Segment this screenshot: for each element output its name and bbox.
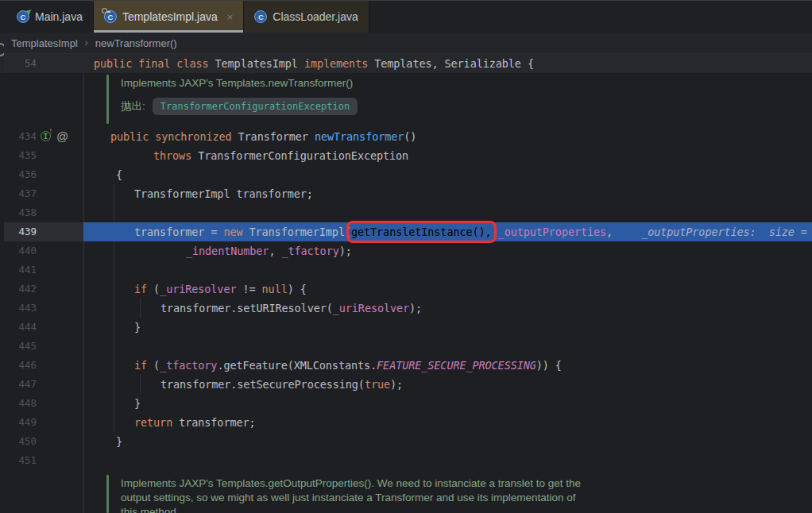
code-line-448[interactable]: 448} xyxy=(0,394,812,413)
code-line-447[interactable]: 447transformer.setSecureProcessing(true)… xyxy=(0,375,812,394)
doc-comment-bar[interactable] xyxy=(106,475,109,513)
breadcrumb-method[interactable]: newTransformer() xyxy=(95,37,177,49)
code-line-436[interactable]: 436{ xyxy=(0,165,812,184)
code-token: { xyxy=(116,168,122,181)
class-icon-letter: C xyxy=(107,13,113,21)
line-number[interactable]: 447 xyxy=(0,375,37,394)
code-token: _uriResolver xyxy=(160,283,236,295)
code-token: () xyxy=(404,130,416,143)
code-text: } xyxy=(134,394,141,413)
code-token: FEATURE_SECURE_PROCESSING xyxy=(377,359,536,372)
code-token: _tfactory xyxy=(281,245,338,257)
line-number[interactable]: 435 xyxy=(0,146,37,165)
code-token: Transformer xyxy=(238,130,315,143)
code-token: _indentNumber xyxy=(186,245,269,257)
code-line-451[interactable]: 451 xyxy=(0,451,812,470)
line-number[interactable]: 434 xyxy=(0,127,37,146)
code-token: ) { xyxy=(288,283,307,295)
code-line-441[interactable]: 441 xyxy=(0,260,812,280)
code-token: ( xyxy=(147,359,160,372)
throws-label: 抛出: xyxy=(121,99,145,114)
line-number[interactable]: 449 xyxy=(0,413,37,432)
code-token: )) { xyxy=(536,359,562,372)
line-number[interactable]: 438 xyxy=(0,203,37,222)
highlight-box-annotation: getTransletInstance(), xyxy=(351,226,492,238)
chevron-right-icon: › xyxy=(85,37,88,48)
tab-main-java[interactable]: C Main.java xyxy=(6,1,94,33)
code-token: transformer = xyxy=(134,226,223,238)
code-token: ( xyxy=(147,283,160,295)
sticky-code: public final class TemplatesImpl impleme… xyxy=(94,54,534,73)
breadcrumb-class[interactable]: TemplatesImpl xyxy=(11,37,78,49)
code-token: null xyxy=(262,283,288,295)
code-token: true xyxy=(365,378,390,391)
tab-templatesimpl-java[interactable]: C TemplatesImpl.java × xyxy=(94,1,244,33)
code-text: if (_uriResolver != null) { xyxy=(134,280,307,299)
code-line-445[interactable]: 445 xyxy=(0,337,812,356)
code-line-444[interactable]: 444} xyxy=(0,318,812,337)
line-number[interactable]: 437 xyxy=(0,184,37,203)
doc-comment-bar[interactable] xyxy=(106,75,109,124)
code-text: public synchronized Transformer newTrans… xyxy=(110,127,416,146)
code-line-442[interactable]: 442if (_uriResolver != null) { xyxy=(0,280,812,299)
line-number[interactable]: 448 xyxy=(0,394,37,413)
code-token: TemplatesImpl xyxy=(215,57,304,70)
code-text: _indentNumber, _tfactory); xyxy=(186,241,352,260)
doc-line: Implements JAXP's Templates.getOutputPro… xyxy=(121,476,613,491)
line-number: 54 xyxy=(0,54,37,73)
close-tab-icon[interactable]: × xyxy=(227,12,234,22)
code-token: if xyxy=(134,359,147,372)
code-token: _uriResolver xyxy=(333,302,409,314)
code-line-435[interactable]: 435throws TransformerConfigurationExcept… xyxy=(0,146,812,165)
line-number[interactable]: 440 xyxy=(0,241,37,260)
code-line-443[interactable]: 443transformer.setURIResolver(_uriResolv… xyxy=(0,299,812,318)
code-token: } xyxy=(134,321,141,334)
code-token: _outputProperties xyxy=(498,226,606,238)
code-line-434[interactable]: 434public synchronized Transformer newTr… xyxy=(0,127,812,146)
code-line-439[interactable]: 439transformer = new TransformerImpl(get… xyxy=(0,222,812,241)
code-editor[interactable]: Implements JAXP's Templates.newTransform… xyxy=(0,73,812,513)
java-class-icon: C xyxy=(254,10,267,23)
code-line-437[interactable]: 437TransformerImpl transformer; xyxy=(0,184,812,203)
code-token xyxy=(492,226,498,238)
code-line-440[interactable]: 440_indentNumber, _tfactory); xyxy=(0,241,812,260)
class-icon-letter: C xyxy=(21,13,26,21)
line-number[interactable]: 441 xyxy=(0,260,37,280)
ide-window: C Main.java C TemplatesImpl.java × C Cla… xyxy=(0,0,812,513)
line-number[interactable]: 445 xyxy=(0,337,37,356)
code-line-449[interactable]: 449return transformer; xyxy=(0,413,812,432)
line-number[interactable]: 444 xyxy=(0,318,37,337)
code-token: .getFeature(XMLConstants. xyxy=(217,359,377,372)
exception-chip[interactable]: TransformerConfigurationException xyxy=(153,98,358,115)
code-token: throws xyxy=(153,149,198,162)
line-number[interactable]: 451 xyxy=(0,451,37,470)
key-badge-icon xyxy=(102,8,107,14)
line-number[interactable]: 439 xyxy=(0,222,37,241)
tab-classloader-java[interactable]: C ClassLoader.java xyxy=(244,1,369,33)
code-text: { xyxy=(116,165,122,184)
line-number[interactable]: 450 xyxy=(0,432,37,451)
doc-comment-text: Implements JAXP's Templates.getOutputPro… xyxy=(121,476,613,513)
line-number[interactable]: 442 xyxy=(0,280,37,299)
code-token: transformer.setSecureProcessing( xyxy=(160,378,365,391)
code-text: transformer = new TransformerImpl(getTra… xyxy=(134,222,812,241)
breadcrumb: TemplatesImpl › newTransformer() xyxy=(0,33,812,54)
code-token: public synchronized xyxy=(110,130,238,143)
code-token: , xyxy=(606,226,613,238)
code-text: return transformer; xyxy=(134,413,256,432)
annotation-gutter-icon[interactable]: @ xyxy=(56,129,68,145)
code-token: public final class xyxy=(94,57,215,70)
run-badge-icon xyxy=(26,8,33,14)
code-line-446[interactable]: 446if (_tfactory.getFeature(XMLConstants… xyxy=(0,356,812,375)
line-number[interactable]: 446 xyxy=(0,356,37,375)
code-text: throws TransformerConfigurationException xyxy=(153,146,408,165)
code-line-450[interactable]: 450} xyxy=(0,432,812,451)
code-text: transformer.setURIResolver(_uriResolver)… xyxy=(160,299,422,318)
code-token: ); xyxy=(390,378,403,391)
line-number[interactable]: 443 xyxy=(0,299,37,318)
line-number[interactable]: 436 xyxy=(0,165,37,184)
code-token: ); xyxy=(409,302,422,314)
doc-line: output settings, so we might as well jus… xyxy=(121,491,613,505)
sticky-class-declaration[interactable]: 54 public final class TemplatesImpl impl… xyxy=(0,54,812,75)
code-line-438[interactable]: 438 xyxy=(0,203,812,222)
